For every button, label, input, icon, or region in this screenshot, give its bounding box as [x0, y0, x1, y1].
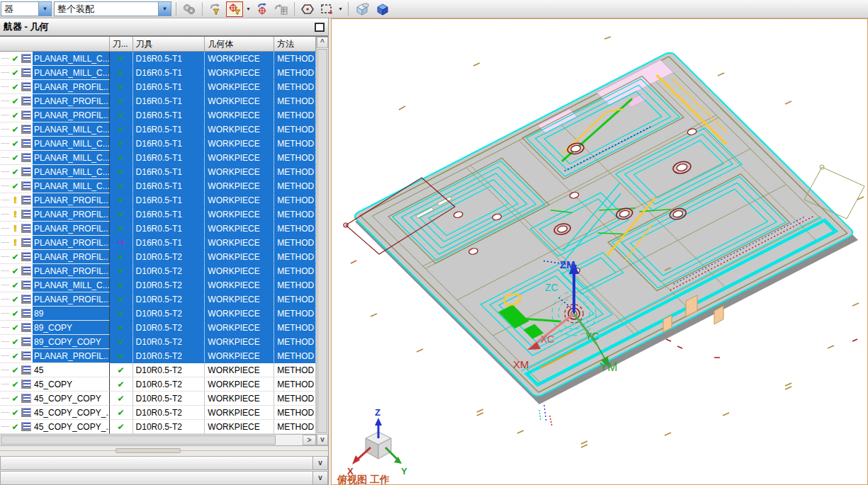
operation-name-cell[interactable]: ✔ 45_COPY_COPY: [0, 392, 110, 406]
table-row[interactable]: ✔ PLANAR_MILL_C... ✔ D16R0.5-T1 WORKPIEC…: [0, 151, 316, 165]
operation-name-cell[interactable]: ✔ PLANAR_PROFIL...: [0, 349, 110, 363]
operation-name-cell[interactable]: ✔ PLANAR_MILL_C...: [0, 137, 110, 151]
selection-marquee-icon[interactable]: [318, 1, 335, 17]
operation-name-cell[interactable]: ✔ 45_COPY: [0, 377, 110, 392]
details-collapsed-bar[interactable]: v: [0, 471, 328, 485]
toolbar-separator: [176, 2, 176, 16]
table-row[interactable]: ✔ 45_COPY_COPY_... ✔ D10R0.5-T2 WORKPIEC…: [0, 406, 316, 420]
column-header-tool[interactable]: 刀具: [133, 37, 205, 51]
operation-name-cell[interactable]: ✔ 45_COPY_COPY_...: [0, 420, 110, 434]
chevron-down-icon[interactable]: ▼: [246, 6, 251, 11]
table-row[interactable]: ! PLANAR_PROFIL... ✔ D16R0.5-T1 WORKPIEC…: [0, 207, 316, 222]
table-row[interactable]: ✔ PLANAR_PROFIL... ✔ D10R0.5-T2 WORKPIEC…: [0, 292, 316, 307]
chevron-down-icon[interactable]: ▼: [158, 2, 171, 16]
panel-splitter[interactable]: [0, 446, 328, 455]
table-row[interactable]: ✔ PLANAR_PROFIL... ✔ D16R0.5-T1 WORKPIEC…: [0, 80, 316, 94]
chevron-down-icon[interactable]: ▼: [38, 2, 51, 16]
table-row[interactable]: ✔ PLANAR_MILL_C... ✔ D16R0.5-T1 WORKPIEC…: [0, 122, 316, 137]
operation-name-cell[interactable]: ✔ PLANAR_MILL_C...: [0, 151, 110, 165]
vertical-scrollbar[interactable]: ^ v: [316, 37, 328, 445]
table-row[interactable]: ✔ 89_COPY ✔ D10R0.5-T2 WORKPIECE METHOD: [0, 321, 316, 335]
table-row[interactable]: ✔ 45_COPY_COPY ✔ D10R0.5-T2 WORKPIECE ME…: [0, 392, 316, 406]
scroll-up-button[interactable]: ^: [317, 37, 328, 48]
filter-arrow-icon[interactable]: [207, 1, 224, 17]
table-row[interactable]: ✔ PLANAR_MILL_C... ✔ D10R0.5-T2 WORKPIEC…: [0, 278, 316, 292]
wireframe-view-icon[interactable]: [373, 1, 392, 17]
navigator-filter-combo[interactable]: 器 ▼: [1, 1, 52, 16]
table-row[interactable]: ✔ PLANAR_MILL_C... ✔ D16R0.5-T1 WORKPIEC…: [0, 66, 316, 80]
operation-name: PLANAR_PROFIL...: [34, 295, 110, 304]
table-row[interactable]: ✔ 45 ✔ D10R0.5-T2 WORKPIECE METHOD: [0, 363, 316, 377]
table-row[interactable]: ✔ PLANAR_PROFIL... ✔ D10R0.5-T2 WORKPIEC…: [0, 349, 316, 363]
operation-name-cell[interactable]: ✔ PLANAR_PROFIL...: [0, 264, 110, 278]
table-row[interactable]: ! PLANAR_PROFIL... ↪ D16R0.5-T1 WORKPIEC…: [0, 236, 316, 250]
assembly-scope-combo[interactable]: 整个装配 ▼: [54, 1, 171, 16]
operation-name-cell[interactable]: ✔ 45: [0, 363, 110, 377]
column-header-toolpath[interactable]: 刀...: [110, 37, 133, 51]
splitter-grip[interactable]: [115, 448, 181, 453]
chevron-down-icon[interactable]: ▼: [338, 6, 343, 11]
operation-name-cell[interactable]: ✔ PLANAR_MILL_C...: [0, 122, 110, 137]
rotate-wcs-icon[interactable]: [254, 1, 271, 17]
scroll-right-button[interactable]: >: [303, 435, 316, 445]
layer-settings-icon[interactable]: [273, 1, 290, 17]
snap-point-icon[interactable]: [299, 1, 316, 17]
toolpath-status-icon: ✔: [113, 153, 130, 163]
table-row[interactable]: ✔ PLANAR_MILL_C... ✔ D16R0.5-T1 WORKPIEC…: [0, 137, 316, 151]
operation-name-cell[interactable]: ✔ 89_COPY: [0, 321, 110, 335]
operation-name-cell[interactable]: ! PLANAR_PROFIL...: [0, 207, 110, 222]
assembly-constraints-icon[interactable]: [181, 1, 198, 17]
operation-name-cell[interactable]: ✔ PLANAR_PROFIL...: [0, 108, 110, 122]
table-row[interactable]: ✔ 45_COPY ✔ D10R0.5-T2 WORKPIECE METHOD: [0, 377, 316, 392]
view-cube-triad[interactable]: Z X Y: [347, 407, 407, 477]
row-status-icon: ✔: [10, 110, 21, 120]
operation-name-cell[interactable]: ✔ PLANAR_PROFIL...: [0, 292, 110, 307]
expand-section-button[interactable]: v: [312, 457, 327, 469]
dependencies-collapsed-bar[interactable]: v: [0, 456, 328, 470]
table-row[interactable]: ✔ PLANAR_PROFIL... ✔ D10R0.5-T2 WORKPIEC…: [0, 264, 316, 278]
table-row[interactable]: ✔ 89 ✔ D10R0.5-T2 WORKPIECE METHOD: [0, 307, 316, 321]
operation-name-cell[interactable]: ! PLANAR_PROFIL...: [0, 193, 110, 207]
operation-name-cell[interactable]: ✔ 45_COPY_COPY_...: [0, 406, 110, 420]
operation-name-cell[interactable]: ✔ PLANAR_PROFIL...: [0, 94, 110, 108]
table-row[interactable]: ✔ PLANAR_PROFIL... ✔ D16R0.5-T1 WORKPIEC…: [0, 108, 316, 122]
horizontal-scrollbar[interactable]: >: [0, 434, 316, 445]
method-cell: METHOD: [274, 321, 316, 335]
scroll-down-button[interactable]: v: [317, 434, 328, 445]
operation-name-cell[interactable]: ! PLANAR_PROFIL...: [0, 236, 110, 250]
vertical-scroll-thumb[interactable]: [317, 49, 327, 433]
panel-title-bar[interactable]: 航器 - 几何: [0, 18, 328, 37]
operation-name-cell[interactable]: ✔ PLANAR_MILL_C...: [0, 165, 110, 179]
table-row[interactable]: ✔ 89_COPY_COPY ✔ D10R0.5-T2 WORKPIECE ME…: [0, 335, 316, 349]
table-row[interactable]: ✔ PLANAR_MILL_C... ✔ D16R0.5-T1 WORKPIEC…: [0, 165, 316, 179]
column-header-name[interactable]: [0, 37, 110, 51]
column-header-method[interactable]: 方法: [274, 37, 316, 51]
row-status-icon: ✔: [10, 266, 21, 276]
operation-name-cell[interactable]: ✔ PLANAR_PROFIL...: [0, 80, 110, 94]
table-row[interactable]: ! PLANAR_PROFIL... ✔ D16R0.5-T1 WORKPIEC…: [0, 222, 316, 236]
operation-name-cell[interactable]: ✔ PLANAR_MILL_C...: [0, 66, 110, 80]
expand-section-button[interactable]: v: [312, 472, 327, 484]
operation-name-cell[interactable]: ✔ 89_COPY_COPY: [0, 335, 110, 349]
wcs-filter-icon[interactable]: [226, 1, 243, 17]
table-row[interactable]: ✔ PLANAR_PROFIL... ✔ D16R0.5-T1 WORKPIEC…: [0, 94, 316, 108]
table-row[interactable]: ✔ PLANAR_PROFIL... ✔ D10R0.5-T2 WORKPIEC…: [0, 250, 316, 264]
tool-cell: D10R0.5-T2: [133, 377, 205, 392]
restore-window-icon[interactable]: [315, 23, 325, 32]
table-row[interactable]: ✔ PLANAR_MILL_C... ✔ D16R0.5-T1 WORKPIEC…: [0, 52, 316, 66]
operation-name-cell[interactable]: ✔ 89: [0, 307, 110, 321]
column-header-geometry[interactable]: 几何体: [205, 37, 274, 51]
table-row[interactable]: ✔ 45_COPY_COPY_... ✔ D10R0.5-T2 WORKPIEC…: [0, 420, 316, 434]
graphics-viewport[interactable]: ZM ZC XC XM YC YM Z: [331, 18, 868, 485]
row-status-icon: ✔: [10, 54, 21, 64]
operation-name-cell[interactable]: ✔ PLANAR_PROFIL...: [0, 250, 110, 264]
horizontal-scroll-thumb[interactable]: [1, 435, 276, 445]
operation-name-cell[interactable]: ✔ PLANAR_MILL_C...: [0, 52, 110, 66]
operation-name-cell[interactable]: ! PLANAR_PROFIL...: [0, 222, 110, 236]
table-row[interactable]: ! PLANAR_PROFIL... ✔ D16R0.5-T1 WORKPIEC…: [0, 193, 316, 207]
shaded-view-icon[interactable]: [353, 1, 371, 17]
table-row[interactable]: ✔ PLANAR_MILL_C... ✔ D16R0.5-T1 WORKPIEC…: [0, 179, 316, 193]
method-cell: METHOD: [274, 349, 316, 363]
operation-name-cell[interactable]: ✔ PLANAR_MILL_C...: [0, 179, 110, 193]
operation-name-cell[interactable]: ✔ PLANAR_MILL_C...: [0, 278, 110, 292]
